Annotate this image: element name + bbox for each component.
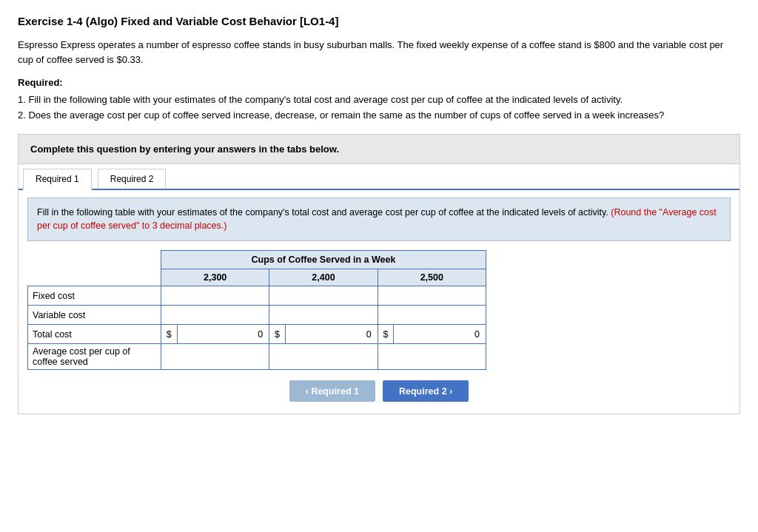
total-dollar-2: $ — [269, 325, 286, 344]
variable-cost-2300-cell — [161, 306, 269, 325]
required-item-1: 1. Fill in the following table with your… — [18, 92, 740, 108]
avg-cost-label: Average cost per cup of coffee served — [28, 344, 161, 370]
total-dollar-3: $ — [378, 325, 394, 344]
prev-arrow: ‹ — [306, 385, 309, 397]
variable-cost-2500-cell — [378, 306, 486, 325]
next-arrow: › — [449, 385, 452, 397]
tab-content: Fill in the following table with your es… — [19, 190, 739, 414]
next-label: Required 2 — [399, 386, 447, 397]
col-2500: 2,500 — [378, 269, 486, 286]
variable-cost-2500-input[interactable] — [381, 310, 483, 320]
cost-table: Cups of Coffee Served in a Week 2,300 2,… — [27, 250, 486, 370]
fixed-cost-row: Fixed cost — [28, 286, 486, 306]
fixed-cost-2500-cell — [378, 286, 486, 306]
required-heading: Required: — [18, 77, 740, 88]
variable-cost-2300-input[interactable] — [164, 310, 266, 320]
sub-empty — [28, 269, 161, 286]
empty-header — [28, 251, 161, 269]
required-item-2: 2. Does the average cost per cup of coff… — [18, 108, 740, 124]
variable-cost-row: Variable cost — [28, 306, 486, 325]
avg-cost-2400-cell — [269, 344, 378, 370]
fixed-cost-2500-input[interactable] — [381, 291, 483, 301]
intro-paragraph: Espresso Express operates a number of es… — [18, 38, 740, 67]
table-wrapper: Cups of Coffee Served in a Week 2,300 2,… — [27, 250, 731, 370]
instruction-main-text: Fill in the following table with your es… — [37, 207, 608, 218]
button-row: ‹ Required 1 Required 2 › — [27, 380, 731, 402]
total-cost-2400-cell: 0 — [285, 325, 378, 344]
avg-cost-2300-cell — [161, 344, 269, 370]
tab-required-2[interactable]: Required 2 — [98, 169, 167, 189]
variable-cost-2400-cell — [269, 306, 378, 325]
avg-cost-2500-cell — [378, 344, 486, 370]
col-2400: 2,400 — [269, 269, 378, 286]
prev-button[interactable]: ‹ Required 1 — [289, 380, 375, 402]
tab-row: Required 1 Required 2 — [19, 164, 739, 190]
complete-box: Complete this question by entering your … — [18, 134, 740, 164]
tabs-container: Required 1 Required 2 Fill in the follow… — [18, 164, 740, 415]
avg-cost-2500-input[interactable] — [381, 351, 483, 362]
total-dollar-1: $ — [161, 325, 178, 344]
fixed-cost-2300-input[interactable] — [164, 291, 266, 301]
avg-cost-row: Average cost per cup of coffee served — [28, 344, 486, 370]
cups-header: Cups of Coffee Served in a Week — [161, 251, 486, 269]
fixed-cost-2300-cell — [161, 286, 269, 306]
fixed-cost-2400-cell — [269, 286, 378, 306]
total-cost-2500-cell: 0 — [394, 325, 486, 344]
table-sub-header-row: 2,300 2,400 2,500 — [28, 269, 486, 286]
page-title: Exercise 1-4 (Algo) Fixed and Variable C… — [18, 15, 740, 27]
avg-cost-2300-input[interactable] — [164, 351, 266, 362]
table-main-header-row: Cups of Coffee Served in a Week — [28, 251, 486, 269]
instruction-box: Fill in the following table with your es… — [27, 198, 731, 242]
next-button[interactable]: Required 2 › — [383, 380, 469, 402]
prev-label: Required 1 — [311, 386, 359, 397]
avg-cost-2400-input[interactable] — [272, 351, 374, 362]
fixed-cost-label: Fixed cost — [28, 286, 161, 306]
total-cost-2300-cell: 0 — [177, 325, 269, 344]
fixed-cost-2400-input[interactable] — [272, 291, 374, 301]
total-cost-row: Total cost $ 0 $ 0 $ 0 — [28, 325, 486, 344]
col-2300: 2,300 — [161, 269, 269, 286]
variable-cost-label: Variable cost — [28, 306, 161, 325]
total-cost-label: Total cost — [28, 325, 161, 344]
variable-cost-2400-input[interactable] — [272, 310, 374, 320]
tab-required-1[interactable]: Required 1 — [23, 169, 92, 190]
